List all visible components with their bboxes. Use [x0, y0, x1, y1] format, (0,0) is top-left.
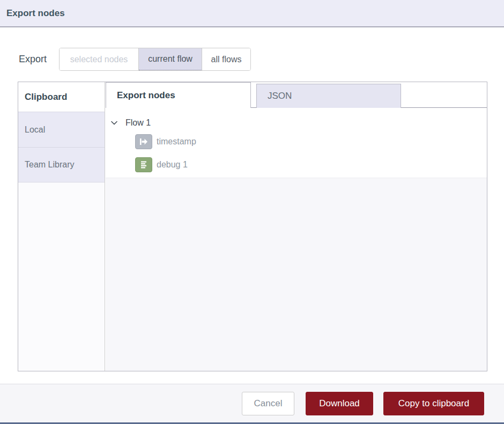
flow-label: Flow 1: [125, 118, 151, 128]
tree-row-debug[interactable]: debug 1: [106, 155, 487, 174]
dialog-header: Export nodes: [0, 0, 504, 27]
cancel-button[interactable]: Cancel: [242, 392, 294, 415]
scope-current-flow-button[interactable]: current flow: [139, 48, 202, 70]
tab-json[interactable]: JSON: [256, 84, 401, 108]
sidebar-item-local[interactable]: Local: [18, 112, 105, 147]
export-dialog: Export nodes Export selected nodes curre…: [0, 0, 504, 424]
library-sidebar: Clipboard Local Team Library: [18, 82, 105, 371]
export-main-area: Export nodes JSON Flow 1: [106, 82, 487, 371]
inject-node-icon: [135, 134, 152, 149]
download-button[interactable]: Download: [306, 392, 373, 415]
sidebar-item-team-library[interactable]: Team Library: [18, 147, 105, 182]
node-tree: Flow 1 timestamp: [106, 108, 487, 371]
chevron-down-icon[interactable]: [110, 119, 118, 127]
sidebar-header-clipboard: Clipboard: [18, 82, 105, 112]
node-label: debug 1: [157, 160, 188, 170]
debug-node-icon: [135, 157, 152, 172]
export-scope-row: Export selected nodes current flow all f…: [19, 48, 251, 71]
copy-to-clipboard-button[interactable]: Copy to clipboard: [383, 392, 484, 415]
dialog-footer: Cancel Download Copy to clipboard: [0, 384, 504, 422]
tab-export-nodes[interactable]: Export nodes: [106, 82, 251, 108]
dialog-title: Export nodes: [6, 8, 65, 19]
export-panel: Clipboard Local Team Library Export node…: [18, 82, 487, 371]
node-label: timestamp: [157, 137, 196, 147]
tab-bar: Export nodes JSON: [106, 82, 487, 108]
tree-empty-area: [106, 178, 487, 371]
tree-row-timestamp[interactable]: timestamp: [106, 131, 487, 151]
export-scope-button-group: selected nodes current flow all flows: [59, 48, 251, 71]
export-scope-label: Export: [19, 54, 47, 65]
scope-all-flows-button[interactable]: all flows: [202, 48, 250, 70]
tree-row-flow[interactable]: Flow 1: [106, 113, 487, 133]
scope-selected-nodes-button[interactable]: selected nodes: [60, 48, 139, 70]
